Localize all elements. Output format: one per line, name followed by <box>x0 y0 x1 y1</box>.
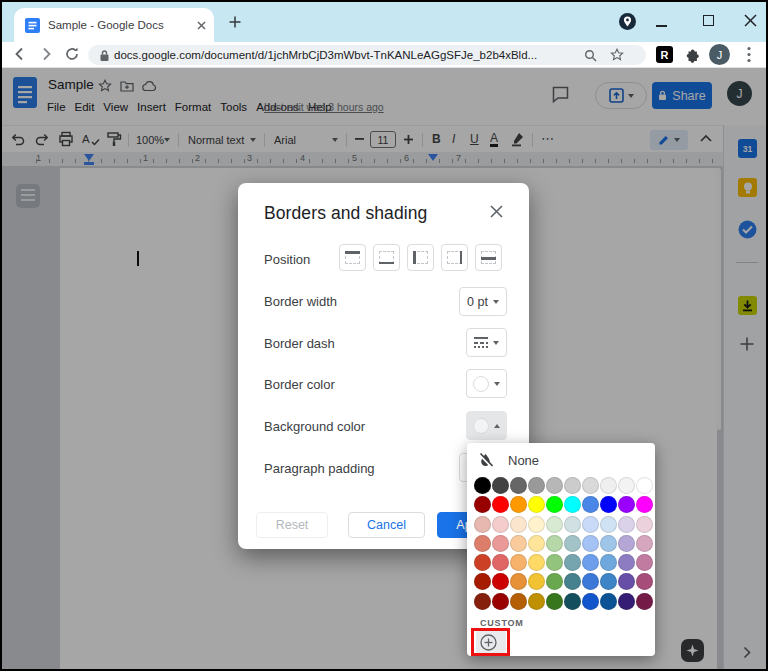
color-swatch[interactable] <box>546 477 563 494</box>
color-swatch[interactable] <box>492 496 509 513</box>
color-swatch[interactable] <box>600 535 617 552</box>
bookmark-star-icon[interactable] <box>610 48 624 62</box>
color-swatch[interactable] <box>546 496 563 513</box>
color-swatch[interactable] <box>618 496 635 513</box>
color-swatch[interactable] <box>636 516 653 533</box>
color-swatch[interactable] <box>510 554 527 571</box>
color-swatch[interactable] <box>636 573 653 590</box>
color-swatch[interactable] <box>546 554 563 571</box>
color-swatch[interactable] <box>618 535 635 552</box>
color-swatch[interactable] <box>618 593 635 610</box>
color-swatch[interactable] <box>564 573 581 590</box>
position-bottom-border-button[interactable] <box>373 244 400 271</box>
color-swatch[interactable] <box>528 554 545 571</box>
color-swatch[interactable] <box>564 516 581 533</box>
url-bar[interactable]: docs.google.com/document/d/1jchMrbCjD3mW… <box>88 45 646 65</box>
color-swatch[interactable] <box>546 516 563 533</box>
reset-button[interactable]: Reset <box>256 512 328 538</box>
window-maximize-button[interactable] <box>703 15 714 26</box>
border-width-dropdown[interactable]: 0 pt <box>459 287 507 316</box>
position-between-border-button[interactable] <box>475 244 502 271</box>
position-top-border-button[interactable] <box>339 244 366 271</box>
color-swatch[interactable] <box>600 573 617 590</box>
extension-r-icon[interactable]: R <box>656 46 673 63</box>
forward-icon[interactable] <box>38 46 54 62</box>
color-swatch[interactable] <box>636 554 653 571</box>
color-swatch[interactable] <box>582 554 599 571</box>
color-swatch[interactable] <box>618 573 635 590</box>
extensions-puzzle-icon[interactable] <box>684 47 700 63</box>
border-color-dropdown[interactable] <box>466 369 507 398</box>
color-swatch[interactable] <box>582 573 599 590</box>
color-swatch[interactable] <box>474 477 491 494</box>
reload-icon[interactable] <box>64 46 80 62</box>
color-none-option[interactable]: None <box>478 452 539 468</box>
color-swatch[interactable] <box>564 477 581 494</box>
color-swatch[interactable] <box>528 477 545 494</box>
color-swatch[interactable] <box>510 573 527 590</box>
color-swatch[interactable] <box>474 496 491 513</box>
color-swatch[interactable] <box>600 554 617 571</box>
zoom-level-icon[interactable] <box>584 49 597 62</box>
color-swatch[interactable] <box>528 573 545 590</box>
color-swatch[interactable] <box>564 593 581 610</box>
color-swatch[interactable] <box>492 516 509 533</box>
color-swatch[interactable] <box>510 496 527 513</box>
color-swatch[interactable] <box>564 535 581 552</box>
back-icon[interactable] <box>12 46 28 62</box>
tab-close-icon[interactable] <box>197 21 206 30</box>
color-swatch[interactable] <box>510 535 527 552</box>
color-swatch[interactable] <box>474 516 491 533</box>
color-swatch[interactable] <box>618 516 635 533</box>
color-swatch[interactable] <box>528 516 545 533</box>
browser-menu-icon[interactable] <box>747 46 751 63</box>
color-swatch[interactable] <box>636 477 653 494</box>
color-swatch[interactable] <box>564 496 581 513</box>
color-swatch[interactable] <box>528 593 545 610</box>
color-swatch[interactable] <box>600 593 617 610</box>
color-swatch[interactable] <box>528 535 545 552</box>
border-dash-dropdown[interactable] <box>466 328 507 357</box>
color-swatch[interactable] <box>510 477 527 494</box>
color-swatch[interactable] <box>636 593 653 610</box>
browser-profile-avatar[interactable]: J <box>709 44 730 65</box>
color-swatch[interactable] <box>546 573 563 590</box>
color-swatch[interactable] <box>510 516 527 533</box>
color-swatch[interactable] <box>510 593 527 610</box>
color-swatch[interactable] <box>600 496 617 513</box>
color-swatch[interactable] <box>474 573 491 590</box>
position-right-border-button[interactable] <box>441 244 468 271</box>
color-swatch[interactable] <box>492 535 509 552</box>
color-swatch[interactable] <box>600 516 617 533</box>
color-swatch[interactable] <box>582 477 599 494</box>
browser-tab[interactable]: Sample - Google Docs <box>14 8 214 42</box>
color-swatch[interactable] <box>618 477 635 494</box>
window-minimize-button[interactable] <box>656 25 667 27</box>
color-swatch[interactable] <box>564 554 581 571</box>
browser-status-icon[interactable] <box>619 13 636 30</box>
color-swatch[interactable] <box>582 516 599 533</box>
color-swatch[interactable] <box>492 573 509 590</box>
color-swatch[interactable] <box>546 593 563 610</box>
color-swatch[interactable] <box>582 593 599 610</box>
color-swatch[interactable] <box>492 554 509 571</box>
color-swatch[interactable] <box>474 593 491 610</box>
color-swatch[interactable] <box>528 496 545 513</box>
new-tab-button[interactable] <box>229 16 241 28</box>
color-swatch[interactable] <box>492 477 509 494</box>
color-swatch[interactable] <box>474 554 491 571</box>
color-swatch[interactable] <box>636 535 653 552</box>
color-swatch[interactable] <box>618 554 635 571</box>
color-swatch[interactable] <box>582 535 599 552</box>
color-swatch[interactable] <box>546 535 563 552</box>
cancel-button[interactable]: Cancel <box>348 512 425 538</box>
background-color-dropdown[interactable] <box>466 411 507 440</box>
position-left-border-button[interactable] <box>407 244 434 271</box>
color-swatch[interactable] <box>600 477 617 494</box>
color-swatch[interactable] <box>474 535 491 552</box>
dialog-close-icon[interactable] <box>490 205 503 218</box>
color-swatch[interactable] <box>492 593 509 610</box>
color-swatch[interactable] <box>582 496 599 513</box>
color-swatch[interactable] <box>636 496 653 513</box>
window-close-button[interactable] <box>744 14 757 27</box>
